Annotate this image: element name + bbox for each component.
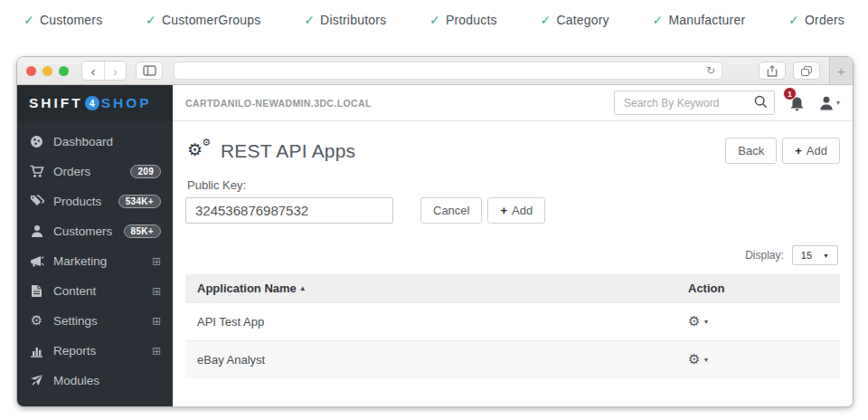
expand-plus-icon[interactable]: ⊞ [152, 256, 161, 267]
document-icon [29, 284, 44, 298]
caret-down-icon: ▼ [823, 253, 829, 259]
display-row: Display: 15 ▼ [185, 245, 838, 265]
table-row: API Test App ⚙ ▼ [185, 303, 840, 341]
sidebar-item-label: Marketing [53, 254, 107, 268]
expand-plus-icon[interactable]: ⊞ [152, 286, 161, 297]
main-panel: CARTDANILO-NEWADMIN.3DC.LOCAL 1 [173, 85, 853, 406]
search-input[interactable] [614, 91, 775, 115]
browser-window: ‹ › ↻ + SHIFT4SHOP [16, 56, 854, 407]
browser-share-button[interactable] [759, 62, 786, 80]
logo-part2: SHOP [101, 95, 152, 111]
app-name-cell: API Test App [185, 303, 676, 341]
window-controls [26, 66, 69, 76]
checklist-label: Customers [40, 13, 102, 27]
reload-icon[interactable]: ↻ [706, 64, 715, 77]
action-cell: ⚙ ▼ [676, 341, 840, 379]
sidebar-item-label: Settings [53, 314, 98, 328]
check-icon: ✓ [788, 13, 799, 27]
browser-nav-buttons: ‹ › [81, 61, 127, 81]
browser-address-bar[interactable]: ↻ [174, 62, 722, 80]
expand-plus-icon[interactable]: ⊞ [152, 316, 161, 327]
gear-icon: ⚙ [688, 315, 700, 329]
new-tab-button[interactable]: + [829, 57, 853, 84]
display-label: Display: [745, 249, 784, 262]
logo-part1: SHIFT [29, 95, 83, 111]
check-icon: ✓ [653, 13, 664, 27]
sidebar-item-dashboard[interactable]: Dashboard [17, 127, 173, 157]
sidebar-item-products[interactable]: Products 534K+ [17, 186, 173, 216]
topbar-right: 1 ▾ [614, 91, 840, 115]
check-icon: ✓ [24, 13, 34, 27]
caret-down-icon: ▼ [703, 319, 709, 325]
checklist-item-customergroups: ✓CustomerGroups [146, 13, 260, 27]
cancel-button[interactable]: Cancel [420, 197, 482, 224]
megaphone-icon [29, 255, 44, 268]
checklist-label: Manufacturer [668, 13, 745, 27]
zoom-window-button[interactable] [59, 66, 69, 76]
browser-sidebar-toggle-button[interactable] [136, 62, 163, 80]
cart-icon [29, 165, 44, 178]
public-key-input[interactable] [185, 197, 393, 224]
gear-icon: ⚙ [688, 353, 700, 367]
browser-forward-button[interactable]: › [104, 62, 126, 80]
admin-app: SHIFT4SHOP Dashboard Orders 209 [17, 85, 853, 406]
tabs-overview-icon [801, 66, 812, 76]
sidebar-item-reports[interactable]: Reports ⊞ [17, 336, 173, 366]
app-name-cell: eBay Analyst [185, 341, 676, 379]
browser-back-button[interactable]: ‹ [82, 62, 104, 80]
sidebar-nav: Dashboard Orders 209 Products 534K+ [17, 121, 173, 396]
notifications-button[interactable]: 1 [789, 93, 805, 112]
sidebar: SHIFT4SHOP Dashboard Orders 209 [17, 85, 173, 406]
sidebar-item-marketing[interactable]: Marketing ⊞ [17, 246, 173, 276]
sidebar-item-content[interactable]: Content ⊞ [17, 276, 173, 306]
title-actions: Back +Add [725, 138, 840, 164]
sidebar-item-customers[interactable]: Customers 85K+ [17, 216, 173, 246]
checklist-label: Category [556, 13, 609, 27]
browser-chrome: ‹ › ↻ + [17, 57, 853, 85]
expand-plus-icon[interactable]: ⊞ [152, 346, 161, 357]
confirm-add-button[interactable]: +Add [487, 197, 545, 224]
tags-icon [29, 195, 44, 208]
sidebar-item-settings[interactable]: ⚙ Settings ⊞ [17, 306, 173, 336]
search-box [614, 91, 775, 115]
shift4shop-logo[interactable]: SHIFT4SHOP [17, 85, 173, 121]
checklist-item-orders: ✓Orders [788, 13, 844, 27]
rest-api-gears-icon: ⚙⚙ [187, 139, 211, 163]
sidebar-item-label: Products [53, 195, 101, 208]
table-row: eBay Analyst ⚙ ▼ [185, 341, 840, 379]
display-count-select[interactable]: 15 ▼ [792, 245, 838, 265]
checklist-item-manufacturer: ✓Manufacturer [653, 13, 746, 27]
search-icon[interactable] [754, 95, 768, 109]
check-icon: ✓ [146, 13, 156, 27]
table-header-row: Application Name▲ Action [185, 274, 840, 303]
orders-count-badge: 209 [130, 165, 161, 178]
caret-down-icon: ▼ [703, 357, 709, 363]
close-window-button[interactable] [26, 66, 36, 76]
notification-count-badge: 1 [783, 87, 797, 100]
page-title-row: ⚙⚙ REST API Apps Back +Add [187, 138, 840, 164]
row-actions-menu-button[interactable]: ⚙ ▼ [688, 315, 709, 329]
rocket-icon [29, 374, 44, 387]
user-icon [819, 96, 834, 110]
dashboard-icon [29, 135, 44, 148]
page-title: REST API Apps [221, 140, 355, 162]
browser-tabs-overview-button[interactable] [793, 62, 820, 80]
person-icon [29, 224, 44, 238]
share-icon [767, 65, 778, 77]
add-app-button[interactable]: +Add [782, 138, 840, 164]
sidebar-item-orders[interactable]: Orders 209 [17, 157, 173, 186]
row-actions-menu-button[interactable]: ⚙ ▼ [688, 353, 709, 367]
public-key-form: Cancel +Add [185, 197, 840, 224]
user-menu-button[interactable]: ▾ [819, 96, 840, 110]
column-header-application-name[interactable]: Application Name▲ [185, 274, 676, 303]
sidebar-toggle-icon [143, 65, 156, 76]
sidebar-item-modules[interactable]: Modules [17, 366, 173, 396]
back-button[interactable]: Back [725, 138, 777, 164]
checklist-label: Products [446, 13, 497, 27]
plus-icon: + [500, 204, 507, 217]
logo-4-icon: 4 [85, 96, 99, 110]
check-icon: ✓ [304, 13, 315, 27]
gears-icon: ⚙ [29, 314, 44, 328]
products-count-badge: 534K+ [118, 195, 161, 208]
minimize-window-button[interactable] [42, 66, 52, 76]
